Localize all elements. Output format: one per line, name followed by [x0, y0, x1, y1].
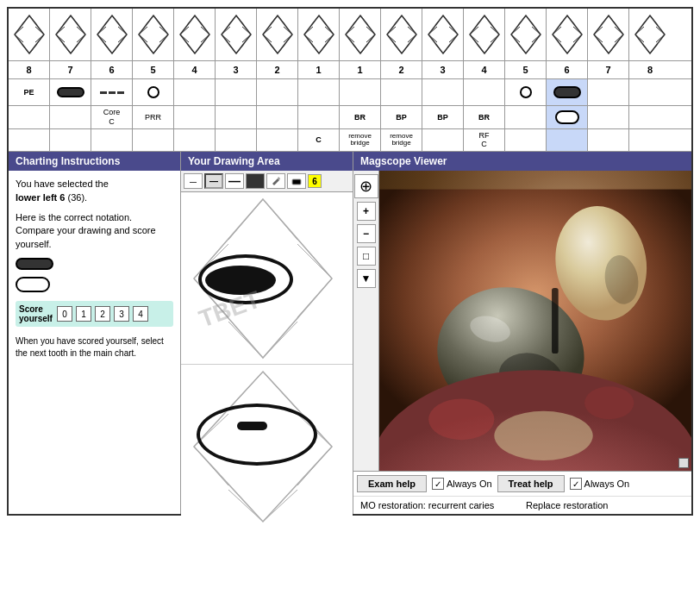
label2-7R[interactable]	[588, 129, 629, 152]
num-7R: 7	[588, 61, 629, 78]
drawing-bottom-section[interactable]: TBET	[181, 365, 353, 524]
tooth-cell-1R[interactable]	[340, 9, 381, 60]
status-7R[interactable]	[588, 79, 629, 105]
label2-2L[interactable]	[257, 129, 298, 152]
exam-help-button[interactable]: Exam help	[357, 475, 427, 492]
label-core-c[interactable]: CoreC	[91, 106, 133, 128]
label-6R[interactable]	[547, 106, 588, 128]
tooth-cell-3R[interactable]	[422, 9, 464, 60]
status-3R[interactable]	[422, 79, 464, 105]
charting-header-label: Charting Instructions	[16, 155, 120, 167]
label-4R[interactable]: BR	[464, 106, 505, 128]
tooth-cell-5R[interactable]	[505, 9, 547, 60]
label2-4L[interactable]	[174, 129, 216, 152]
label-2L[interactable]	[257, 106, 298, 128]
label2-8R[interactable]	[629, 129, 671, 152]
score-btn-3[interactable]: 3	[114, 306, 129, 322]
label-3L[interactable]	[216, 106, 257, 128]
main-container: 8 7 6 5 4 3 2 1 1 2 3 4 5 6 7 8 PE	[7, 7, 693, 516]
label2-2R[interactable]: removebridge	[381, 129, 422, 152]
tool-fill[interactable]	[246, 173, 265, 189]
status-6R[interactable]	[547, 79, 588, 105]
status-6L[interactable]	[91, 79, 133, 105]
tooth-cell-7L[interactable]	[50, 9, 91, 60]
label2-1L[interactable]: C	[298, 129, 340, 152]
label-3R[interactable]: BP	[422, 106, 464, 128]
magscope-zoom-out-button[interactable]: −	[357, 224, 376, 243]
label2-5R[interactable]	[505, 129, 547, 152]
magscope-zoom-in-button[interactable]: +	[357, 202, 376, 221]
label-7R[interactable]	[588, 106, 629, 128]
treat-help-button[interactable]: Treat help	[497, 475, 565, 492]
tool-eraser[interactable]	[287, 173, 306, 189]
tooth-cell-5L[interactable]	[133, 9, 174, 60]
status-8R[interactable]	[629, 79, 671, 105]
magscope-fit-button[interactable]: □	[357, 247, 376, 266]
dashed-line-icon	[100, 91, 124, 94]
tooth-cell-8R[interactable]	[629, 9, 671, 60]
label-1R[interactable]: BR	[340, 106, 381, 128]
tooth-cell-3L[interactable]	[216, 9, 257, 60]
label-8L[interactable]	[9, 106, 50, 128]
label-1L[interactable]	[298, 106, 340, 128]
svg-marker-0	[15, 16, 44, 53]
label2-1R[interactable]: removebridge	[340, 129, 381, 152]
label2-6R[interactable]	[547, 129, 588, 152]
label-prr[interactable]: PRR	[133, 106, 174, 128]
tool-thin-line[interactable]: —	[184, 173, 203, 189]
tooth-cell-4L[interactable]	[174, 9, 216, 60]
score-btn-4[interactable]: 4	[133, 306, 148, 322]
tool-thick-line[interactable]: —	[225, 173, 244, 189]
label-4L[interactable]	[174, 106, 216, 128]
tool-pencil[interactable]	[266, 173, 285, 189]
label-7L[interactable]	[50, 106, 91, 128]
tooth-paren: (36).	[68, 192, 88, 203]
score-btn-0[interactable]: 0	[57, 306, 72, 322]
score-btn-1[interactable]: 1	[76, 306, 91, 322]
status-2R[interactable]	[381, 79, 422, 105]
tooth-cell-2L[interactable]	[257, 9, 298, 60]
label2-7L[interactable]	[50, 129, 91, 152]
status-8L[interactable]: PE	[9, 79, 50, 105]
status-7L[interactable]	[50, 79, 91, 105]
tooth-cell-6L[interactable]	[91, 9, 133, 60]
drawn-fill	[205, 266, 276, 295]
tooth-cell-4R[interactable]	[464, 9, 505, 60]
label2-6L[interactable]	[91, 129, 133, 152]
magscope-corner-indicator[interactable]	[678, 458, 689, 468]
status-2L[interactable]	[257, 79, 298, 105]
drawing-top-section[interactable]: TBET	[181, 192, 353, 365]
zoom-out-icon: −	[363, 228, 369, 240]
treat-always-on-checkbox[interactable]: ✓	[570, 478, 582, 490]
label-8R[interactable]	[629, 106, 671, 128]
status-5L[interactable]	[133, 79, 174, 105]
drawing-canvas[interactable]: TBET	[181, 192, 353, 524]
status-4L[interactable]	[174, 79, 216, 105]
magscope-move-button[interactable]: ⊕	[354, 174, 378, 198]
tooth-cell-6R[interactable]	[547, 9, 588, 60]
num-7L: 7	[50, 61, 91, 78]
label2-3R[interactable]	[422, 129, 464, 152]
label2-5L[interactable]	[133, 129, 174, 152]
tooth-cell-1L[interactable]	[298, 9, 340, 60]
status-4R[interactable]	[464, 79, 505, 105]
tooth-cell-7R[interactable]	[588, 9, 629, 60]
move-icon: ⊕	[359, 177, 372, 196]
label2-8L[interactable]	[9, 129, 50, 152]
score-btn-2[interactable]: 2	[95, 306, 110, 322]
status-5R[interactable]	[505, 79, 547, 105]
label2-3L[interactable]	[216, 129, 257, 152]
magscope-controls: ⊕ + − □ ▼	[353, 171, 379, 471]
status-3L[interactable]	[216, 79, 257, 105]
exam-always-on-checkbox[interactable]: ✓	[432, 478, 444, 490]
label-2R[interactable]: BP	[381, 106, 422, 128]
svg-marker-90	[428, 16, 458, 53]
status-1R[interactable]	[340, 79, 381, 105]
tooth-cell-2R[interactable]	[381, 9, 422, 60]
tool-medium-line[interactable]: —	[204, 173, 223, 189]
tooth-cell-8L[interactable]	[9, 9, 50, 60]
label2-4R[interactable]: RFC	[464, 129, 505, 152]
status-1L[interactable]	[298, 79, 340, 105]
magscope-down-button[interactable]: ▼	[357, 269, 376, 288]
label-5R[interactable]	[505, 106, 547, 128]
